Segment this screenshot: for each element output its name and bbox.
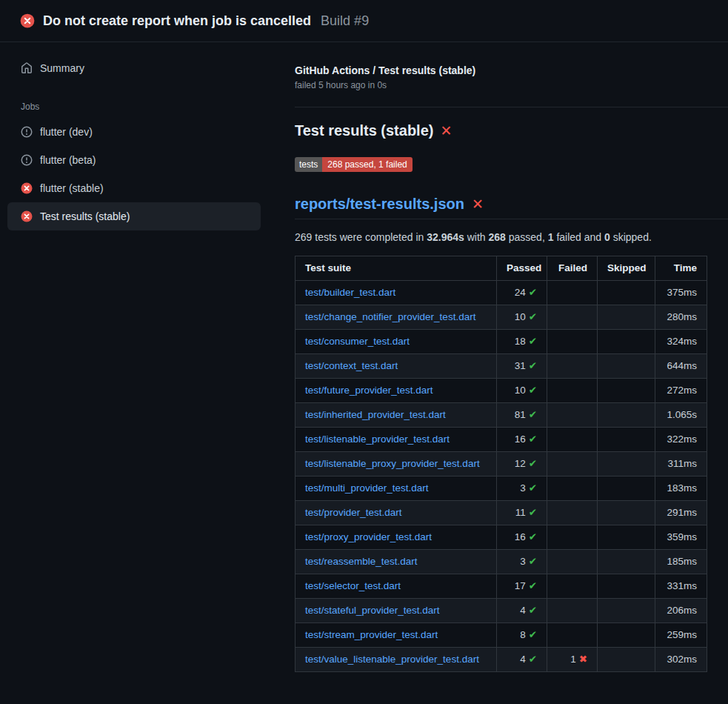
skipped-cell: ✔ bbox=[598, 403, 655, 428]
sidebar: Summary Jobs flutter (dev) flutter (beta… bbox=[0, 42, 281, 704]
results-table: Test suite Passed Failed Skipped Time te… bbox=[295, 256, 707, 672]
skipped-cell: ✔ bbox=[598, 599, 655, 623]
breadcrumb: GitHub Actions / Test results (stable) bbox=[295, 64, 728, 76]
passed-cell: 16✔ bbox=[497, 428, 547, 452]
time-cell: 183ms bbox=[655, 476, 707, 501]
suite-link[interactable]: test/proxy_provider_test.dart bbox=[305, 531, 432, 542]
check-icon: ✔ bbox=[529, 287, 537, 298]
suite-link[interactable]: test/builder_test.dart bbox=[305, 287, 395, 298]
passed-cell: 24✔ bbox=[497, 281, 547, 305]
summary-duration: 32.964s bbox=[427, 231, 464, 243]
suite-link[interactable]: test/listenable_proxy_provider_test.dart bbox=[305, 458, 480, 469]
table-header-row: Test suite Passed Failed Skipped Time bbox=[295, 256, 707, 281]
suite-link[interactable]: test/change_notifier_provider_test.dart bbox=[305, 311, 475, 322]
suite-link[interactable]: test/value_listenable_provider_test.dart bbox=[305, 654, 479, 665]
table-row: test/listenable_proxy_provider_test.dart… bbox=[295, 452, 707, 476]
skipped-cell: ✔ bbox=[598, 281, 655, 305]
failed-cell: ✖ bbox=[547, 354, 598, 379]
suite-link[interactable]: test/stateful_provider_test.dart bbox=[305, 605, 440, 616]
check-icon: ✔ bbox=[529, 311, 537, 322]
failed-cell: ✖ bbox=[547, 305, 598, 330]
table-row: test/reassemble_test.dart 3✔ ✖ ✔ 185ms bbox=[295, 550, 707, 574]
report-link[interactable]: reports/test-results.json bbox=[295, 196, 464, 213]
check-icon: ✔ bbox=[529, 385, 537, 396]
check-icon: ✔ bbox=[529, 336, 537, 347]
skipped-cell: ✔ bbox=[598, 330, 655, 354]
passed-cell: 3✔ bbox=[497, 476, 547, 501]
passed-cell: 4✔ bbox=[497, 648, 547, 672]
skipped-cell: ✔ bbox=[598, 305, 655, 330]
time-cell: 302ms bbox=[655, 648, 707, 672]
neutral-status-icon bbox=[21, 154, 33, 166]
skipped-cell: ✔ bbox=[598, 379, 655, 403]
failed-cell: ✖ bbox=[547, 330, 598, 354]
sidebar-item-flutter-beta[interactable]: flutter (beta) bbox=[0, 146, 281, 174]
sidebar-item-flutter-dev[interactable]: flutter (dev) bbox=[0, 118, 281, 146]
neutral-status-icon bbox=[21, 126, 33, 138]
time-cell: 291ms bbox=[655, 501, 707, 525]
time-cell: 359ms bbox=[655, 525, 707, 550]
failed-cell: ✖ bbox=[547, 428, 598, 452]
suite-link[interactable]: test/reassemble_test.dart bbox=[305, 556, 418, 567]
run-header: Do not create report when job is cancell… bbox=[0, 0, 728, 42]
results-table-body: test/builder_test.dart 24✔ ✖ ✔ 375ms tes… bbox=[295, 281, 707, 672]
suite-link[interactable]: test/future_provider_test.dart bbox=[305, 385, 433, 396]
suite-link[interactable]: test/provider_test.dart bbox=[305, 507, 402, 518]
skipped-cell: ✔ bbox=[598, 525, 655, 550]
passed-cell: 10✔ bbox=[497, 305, 547, 330]
summary-text: 269 tests were completed in bbox=[295, 231, 427, 243]
skipped-cell: ✔ bbox=[598, 476, 655, 501]
check-icon: ✔ bbox=[529, 531, 537, 542]
col-test-suite: Test suite bbox=[295, 256, 497, 281]
main-content: GitHub Actions / Test results (stable) f… bbox=[281, 42, 728, 704]
job-label: Test results (stable) bbox=[40, 210, 130, 222]
tests-badge: tests 268 passed, 1 failed bbox=[295, 157, 413, 172]
table-row: test/consumer_test.dart 18✔ ✖ ✔ 324ms bbox=[295, 330, 707, 354]
suite-link[interactable]: test/multi_provider_test.dart bbox=[305, 482, 429, 494]
suite-link[interactable]: test/selector_test.dart bbox=[305, 580, 401, 591]
sidebar-item-test-results-stable[interactable]: Test results (stable) bbox=[7, 202, 261, 230]
time-cell: 331ms bbox=[655, 574, 707, 599]
table-row: test/provider_test.dart 11✔ ✖ ✔ 291ms bbox=[295, 501, 707, 525]
passed-cell: 3✔ bbox=[497, 550, 547, 574]
summary-text: skipped. bbox=[610, 231, 652, 243]
time-cell: 259ms bbox=[655, 623, 707, 648]
failed-cell: ✖ bbox=[547, 574, 598, 599]
skipped-cell: ✔ bbox=[598, 501, 655, 525]
check-icon: ✔ bbox=[529, 482, 537, 494]
passed-cell: 8✔ bbox=[497, 623, 547, 648]
col-failed: Failed bbox=[547, 256, 598, 281]
sidebar-item-flutter-stable[interactable]: flutter (stable) bbox=[0, 174, 281, 202]
suite-link[interactable]: test/consumer_test.dart bbox=[305, 336, 410, 347]
table-row: test/future_provider_test.dart 10✔ ✖ ✔ 2… bbox=[295, 379, 707, 403]
col-time: Time bbox=[655, 256, 707, 281]
skipped-cell: ✔ bbox=[598, 550, 655, 574]
suite-link[interactable]: test/inherited_provider_test.dart bbox=[305, 409, 446, 420]
passed-cell: 10✔ bbox=[497, 379, 547, 403]
suite-link[interactable]: test/stream_provider_test.dart bbox=[305, 629, 438, 640]
time-cell: 1.065s bbox=[655, 403, 707, 428]
table-row: test/inherited_provider_test.dart 81✔ ✖ … bbox=[295, 403, 707, 428]
job-label: flutter (dev) bbox=[40, 126, 93, 138]
passed-cell: 81✔ bbox=[497, 403, 547, 428]
failed-cell: ✖ bbox=[547, 452, 598, 476]
skipped-cell: ✔ bbox=[598, 354, 655, 379]
failed-cell: ✖ bbox=[547, 599, 598, 623]
suite-link[interactable]: test/listenable_provider_test.dart bbox=[305, 434, 450, 445]
passed-cell: 16✔ bbox=[497, 525, 547, 550]
summary-failed-count: 1 bbox=[548, 231, 554, 243]
summary-text: failed and bbox=[554, 231, 605, 243]
passed-cell: 17✔ bbox=[497, 574, 547, 599]
run-failed-icon bbox=[20, 13, 35, 28]
sidebar-summary-label: Summary bbox=[40, 62, 84, 74]
check-icon: ✔ bbox=[529, 458, 537, 469]
table-row: test/value_listenable_provider_test.dart… bbox=[295, 648, 707, 672]
suite-link[interactable]: test/context_test.dart bbox=[305, 360, 398, 371]
home-icon bbox=[21, 62, 33, 74]
failed-cell: ✖ bbox=[547, 501, 598, 525]
time-cell: 311ms bbox=[655, 452, 707, 476]
divider bbox=[295, 107, 728, 107]
failed-cell: ✖ bbox=[547, 550, 598, 574]
skipped-cell: ✔ bbox=[598, 648, 655, 672]
sidebar-item-summary[interactable]: Summary bbox=[0, 54, 281, 82]
